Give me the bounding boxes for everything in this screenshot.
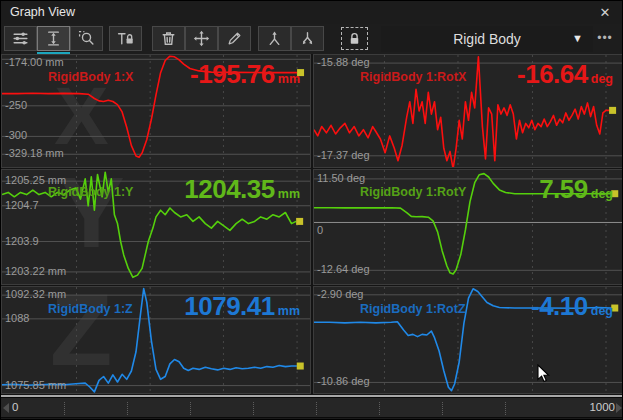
current-value: -195.76 [190,61,275,87]
trash-icon [160,30,177,47]
axis-label: 1204.7 [5,199,39,211]
move-icon [193,30,210,47]
value-unit: mm [278,72,300,86]
current-value: 1204.35 [184,176,274,202]
scroll-left-icon[interactable] [3,403,9,413]
scrollbar-tick [442,402,443,415]
series-label: RigidBody 1:RotY [360,185,466,199]
value-unit: deg [591,304,613,318]
window-title: Graph View [10,5,75,19]
graph-panel-rot-y[interactable]: 11.50 deg0-12.64 degRigidBody 1:RotY7.59… [313,169,623,285]
scroll-right-icon[interactable] [616,403,622,413]
title-bar: Graph View ✕ [1,1,622,24]
sliders-icon [12,30,29,47]
current-value: 1079.41 [184,293,274,319]
series-label: RigidBody 1:RotZ [360,302,466,316]
value-unit: deg [591,72,613,86]
graph-panel-rot-z[interactable]: -2.90 deg-10.86 degRigidBody 1:RotZ-4.10… [313,286,623,394]
axis-label: -2.90 deg [317,288,363,300]
asset-type-value: Rigid Body [453,31,521,47]
scrollbar-tick [64,402,65,415]
zoom-selection-icon [78,30,95,47]
graph-view-window: Graph View ✕ Rigid Body ▼ ••• X-174.00 m… [0,0,623,420]
scrollbar-tick [505,402,506,415]
range-end-label: 1000 [589,401,615,413]
fit-vertical-button[interactable] [37,26,70,51]
scrollbar-tick [253,402,254,415]
toolbar-buttons [4,26,368,51]
series-label: RigidBody 1:X [48,70,133,84]
close-icon[interactable]: ✕ [596,4,614,22]
range-start-label: 0 [12,401,18,413]
lock-axis-button[interactable] [109,26,142,51]
graph-panel-pos-x[interactable]: X-174.00 mm-250-300-329.18 mmRigidBody 1… [1,54,311,168]
graph-panel-rot-x[interactable]: -15.88 deg-17.37 degRigidBody 1:RotX-16.… [313,54,623,168]
graph-grid: X-174.00 mm-250-300-329.18 mmRigidBody 1… [1,54,623,395]
series-label: RigidBody 1:Z [48,302,133,316]
axis-label: -12.64 deg [317,263,370,275]
current-value: -4.10 [531,293,588,319]
value-unit: deg [591,187,613,201]
current-value: -16.64 [517,61,588,87]
toolbar: Rigid Body ▼ ••• [1,24,622,54]
zoom-to-selection-button[interactable] [70,26,103,51]
current-value: 7.59 [539,176,588,202]
axis-label: 1088 [5,312,29,324]
frame-range-scrollbar[interactable]: 0 1000 [1,397,623,418]
asset-type-dropdown[interactable]: Rigid Body ▼ [381,26,593,52]
edit-keys-button[interactable] [218,26,251,51]
lock-icon [347,31,362,46]
pencil-icon [226,30,243,47]
split-icon [299,30,316,47]
value-unit: mm [278,304,300,318]
series-label: RigidBody 1:Y [48,185,133,199]
axis-label: 0 [317,224,323,236]
axis-label: -15.88 deg [317,56,370,68]
scrollbar-tick [379,402,380,415]
axis-label: 1075.85 mm [5,379,66,391]
axis-label: -10.86 deg [317,375,370,387]
graph-settings-button[interactable] [4,26,37,51]
merge-markers-button[interactable] [258,26,291,51]
selection-lock-button[interactable] [341,27,368,50]
scrollbar-tick [190,402,191,415]
axis-label: -329.18 mm [5,147,64,159]
axis-label: 1092.32 mm [5,288,66,300]
graph-panel-pos-y[interactable]: Y1205.25 mm1204.71203.91203.22 mmRigidBo… [1,169,311,285]
axis-label: -17.37 deg [317,149,370,161]
more-options-button[interactable]: ••• [592,26,618,52]
value-unit: mm [278,187,300,201]
chevron-down-icon: ▼ [572,32,583,44]
series-label: RigidBody 1:RotX [360,70,466,84]
split-markers-button[interactable] [291,26,324,51]
graph-panel-pos-z[interactable]: Z1092.32 mm10881075.85 mmRigidBody 1:Z10… [1,286,311,394]
merge-icon [266,30,283,47]
move-keys-button[interactable] [185,26,218,51]
scrollbar-tick [316,402,317,415]
axis-lock-icon [117,30,134,47]
axis-label: 1203.22 mm [5,265,66,277]
axis-label: 1203.9 [5,235,39,247]
axis-label: -174.00 mm [5,56,64,68]
axis-label: 11.50 deg [317,172,365,184]
fit-vertical-icon [45,30,62,47]
axis-label: -300 [5,129,27,141]
delete-keys-button[interactable] [152,26,185,51]
scrollbar-tick [127,402,128,415]
axis-label: -250 [5,99,27,111]
